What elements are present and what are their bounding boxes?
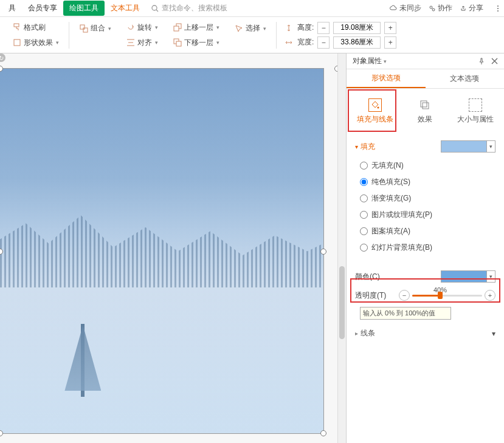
size-icon — [469, 98, 482, 112]
height-decrement[interactable]: − — [317, 22, 330, 34]
selected-shape[interactable] — [0, 69, 323, 433]
sub-tabs: 填充与线条 效果 大小与属性 — [347, 89, 504, 134]
format-painter-button[interactable]: 格式刷 — [10, 21, 61, 34]
svg-point-16 — [378, 107, 379, 109]
transparency-slider[interactable]: 40% — [412, 295, 482, 297]
close-icon[interactable] — [491, 58, 498, 65]
fill-gradient[interactable]: 渐变填充(G) — [355, 190, 495, 207]
search-input[interactable]: 查找命令、搜索模板 — [151, 3, 227, 13]
resize-handle-mr[interactable] — [320, 249, 326, 255]
width-input[interactable] — [333, 36, 381, 49]
slider-thumb[interactable] — [438, 292, 443, 299]
canvas[interactable] — [0, 53, 337, 443]
share-icon — [460, 5, 467, 12]
menu-drawing-tools[interactable]: 绘图工具 — [63, 1, 105, 16]
svg-rect-7 — [80, 25, 85, 29]
height-label: 高度: — [297, 22, 314, 33]
menu-text-tools[interactable]: 文本工具 — [105, 1, 146, 16]
height-input[interactable] — [333, 22, 381, 34]
tab-text-options[interactable]: 文本选项 — [426, 69, 505, 88]
tab-shape-options[interactable]: 形状选项 — [347, 69, 426, 88]
height-icon — [284, 23, 294, 33]
shape-effect-icon — [12, 38, 22, 47]
move-down-icon — [173, 38, 182, 47]
cloud-icon — [389, 4, 398, 13]
move-down-button[interactable]: 下移一层▾ — [170, 36, 222, 49]
search-icon — [151, 4, 159, 13]
rotate-icon — [126, 22, 136, 32]
width-increment[interactable]: + — [384, 36, 396, 49]
effect-icon — [418, 98, 432, 112]
width-decrement[interactable]: − — [317, 36, 330, 49]
svg-rect-8 — [83, 28, 88, 32]
fill-solid[interactable]: 纯色填充(S) — [355, 174, 495, 190]
fill-slide-bg[interactable]: 幻灯片背景填充(B) — [355, 239, 495, 256]
ribbon-toolbar: 格式刷 形状效果▾ 组合▾ x 旋转▾ 对齐▾ 上移一层▾ 下移一层▾ — [0, 17, 504, 53]
transparency-hint: 输入从 0% 到 100%的值 — [360, 307, 451, 320]
fill-icon — [368, 98, 382, 112]
menu-tool[interactable]: 具 — [2, 1, 22, 16]
vertical-scrollbar[interactable] — [337, 53, 346, 443]
fill-picture[interactable]: 图片或纹理填充(P) — [355, 207, 495, 223]
panel-header: 对象属性▾ — [347, 53, 504, 69]
sub-tab-size[interactable]: 大小与属性 — [450, 95, 500, 128]
pin-icon[interactable] — [478, 58, 485, 65]
align-icon — [126, 38, 136, 47]
transparency-decrement[interactable]: − — [399, 290, 410, 301]
sync-status[interactable]: 未同步 — [389, 3, 421, 13]
fill-section-header[interactable]: ▾填充 ▾ — [355, 138, 495, 157]
fill-pattern[interactable]: 图案填充(A) — [355, 223, 495, 239]
share-button[interactable]: 分享 — [460, 3, 483, 13]
color-picker[interactable]: ▾ — [441, 270, 495, 283]
svg-line-1 — [156, 10, 158, 12]
select-button[interactable]: 选择▾ — [232, 22, 269, 35]
resize-handle-br[interactable] — [320, 430, 326, 436]
search-placeholder: 查找命令、搜索模板 — [162, 3, 227, 13]
svg-rect-17 — [421, 101, 427, 107]
svg-rect-18 — [423, 103, 429, 109]
svg-point-0 — [152, 5, 157, 10]
collab-button[interactable]: 协作 — [429, 3, 452, 13]
svg-line-4 — [432, 8, 433, 9]
width-label: 宽度: — [297, 37, 314, 47]
resize-handle-bl[interactable] — [0, 430, 3, 436]
menu-bar: 具 会员专享 绘图工具 文本工具 查找命令、搜索模板 未同步 协作 分享 — [0, 0, 504, 17]
move-up-button[interactable]: 上移一层▾ — [170, 21, 222, 34]
sub-tab-effect[interactable]: 效果 — [400, 95, 450, 128]
width-icon — [284, 38, 294, 47]
menu-vip[interactable]: 会员专享 — [22, 1, 63, 16]
fill-none[interactable]: 无填充(N) — [355, 157, 495, 174]
format-painter-icon — [12, 22, 22, 32]
properties-panel: 对象属性▾ 形状选项 文本选项 填充与线条 效果 大小与属性 — [346, 53, 504, 443]
svg-rect-6 — [14, 39, 20, 46]
svg-rect-15 — [176, 41, 181, 46]
rotate-handle[interactable] — [0, 53, 5, 62]
group-icon — [79, 24, 89, 33]
line-style-picker[interactable]: ▾ — [492, 329, 495, 338]
height-increment[interactable]: + — [384, 22, 396, 34]
svg-rect-5 — [14, 24, 19, 27]
collab-icon — [429, 5, 436, 12]
line-section-header[interactable]: ▸线条 ▾ — [355, 325, 495, 342]
sub-tab-fill[interactable]: 填充与线条 — [350, 95, 400, 128]
transparency-row: 透明度(T) − 40% + — [355, 286, 495, 304]
color-row: 颜色(C) ▾ — [355, 267, 495, 286]
menubar-right: 未同步 协作 分享 — [389, 3, 502, 13]
shape-effect-button[interactable]: 形状效果▾ — [10, 36, 61, 49]
fill-color-swatch[interactable]: ▾ — [441, 140, 495, 153]
panel-title: 对象属性 — [353, 56, 382, 66]
select-icon — [234, 24, 244, 33]
move-up-icon — [173, 22, 182, 32]
align-button[interactable]: 对齐▾ — [123, 36, 161, 49]
group-button[interactable]: 组合▾ — [77, 22, 114, 35]
svg-rect-13 — [174, 26, 179, 31]
scrollbar-thumb[interactable] — [339, 266, 345, 339]
transparency-increment[interactable]: + — [485, 290, 495, 301]
rotate-button[interactable]: 旋转▾ — [123, 21, 161, 34]
more-menu[interactable] — [494, 5, 502, 12]
panel-tabs: 形状选项 文本选项 — [347, 69, 504, 89]
